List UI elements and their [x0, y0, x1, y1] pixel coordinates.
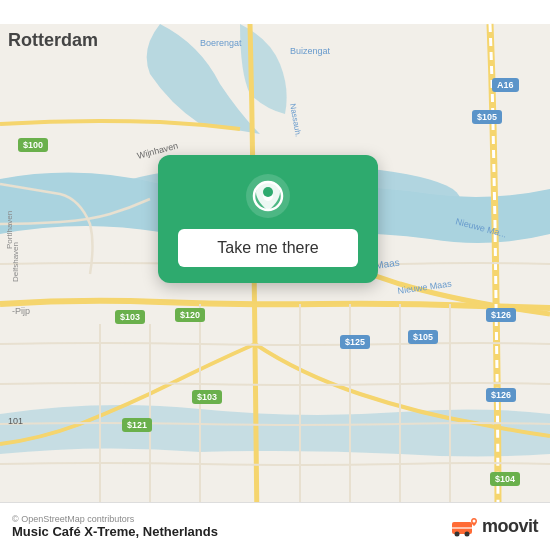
svg-point-18	[454, 531, 459, 536]
venue-name: Music Café X-Treme, Netherlands	[12, 524, 218, 539]
svg-point-19	[464, 531, 469, 536]
svg-text:Delfshaven: Delfshaven	[11, 242, 20, 282]
svg-text:Buizengat: Buizengat	[290, 46, 331, 56]
svg-text:-Pijp: -Pijp	[12, 306, 30, 316]
moovit-bus-icon	[450, 516, 478, 538]
svg-text:101: 101	[8, 416, 23, 426]
svg-text:Boerengat: Boerengat	[200, 38, 242, 48]
map-container: Rotterdam Wijnhaven Nieuwe Maas Buizenga…	[0, 0, 550, 550]
svg-point-17	[263, 187, 273, 197]
info-text: © OpenStreetMap contributors Music Café …	[12, 514, 218, 539]
svg-point-21	[472, 519, 475, 522]
svg-text:Rotterdam: Rotterdam	[8, 30, 98, 50]
attribution: © OpenStreetMap contributors	[12, 514, 218, 524]
moovit-logo: moovit	[450, 516, 538, 538]
moovit-text: moovit	[482, 516, 538, 537]
take-me-there-popup[interactable]: Take me there	[158, 155, 378, 283]
take-me-there-button[interactable]: Take me there	[178, 229, 358, 267]
info-bar: © OpenStreetMap contributors Music Café …	[0, 502, 550, 550]
location-pin-icon	[245, 173, 291, 219]
